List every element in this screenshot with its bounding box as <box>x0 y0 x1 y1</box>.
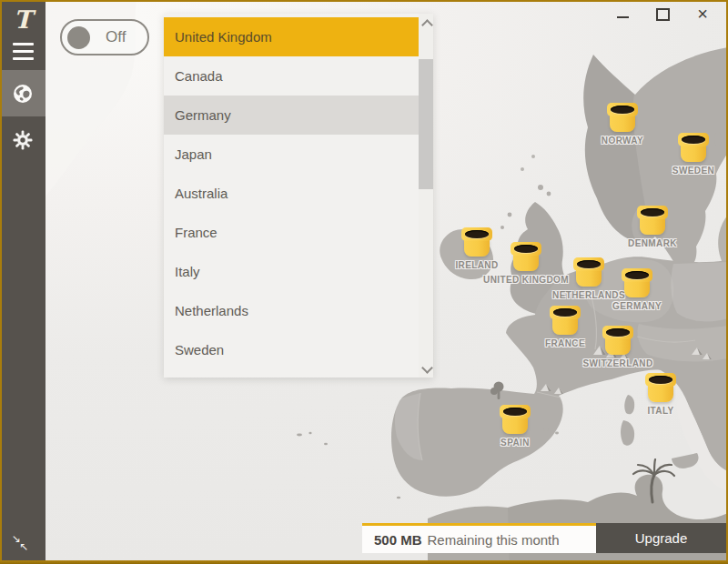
window-frame-top <box>0 0 728 2</box>
tunnel-body <box>681 145 706 162</box>
tunnel-marker-germany[interactable]: GERMANY <box>622 268 652 311</box>
globe-icon <box>12 83 34 105</box>
server-option-canada[interactable]: Canada <box>164 56 419 96</box>
tunnel-hole <box>641 208 664 217</box>
tunnel-marker-label: ITALY <box>647 406 673 416</box>
tunnel-marker-label: NORWAY <box>602 136 643 146</box>
tunnel-marker-switzerland[interactable]: SWITZERLAND <box>602 326 633 368</box>
tunnel-icon <box>607 103 638 116</box>
data-message: Remaining this month <box>428 532 560 548</box>
minimize-button[interactable] <box>602 4 642 24</box>
window-frame-bottom <box>0 560 728 564</box>
tunnel-marker-label: GERMANY <box>612 301 662 311</box>
close-button[interactable]: × <box>682 4 723 24</box>
tunnel-marker-label: DENMARK <box>628 238 677 248</box>
tunnel-marker-label: NETHERLANDS <box>552 290 625 300</box>
tunnel-body <box>513 254 539 271</box>
tunnel-icon <box>500 405 531 418</box>
server-list-panel: United KingdomCanadaGermanyJapanAustrali… <box>164 14 433 378</box>
tunnel-marker-label: FRANCE <box>545 338 585 348</box>
tunnel-body <box>576 269 602 287</box>
tunnel-marker-label: SPAIN <box>500 438 530 448</box>
tunnel-hole <box>611 106 634 114</box>
tunnel-marker-denmark[interactable]: DENMARK <box>637 206 668 248</box>
tunnelbear-logo-icon: T <box>0 5 46 34</box>
tunnel-body <box>648 385 673 402</box>
sidebar: T <box>0 0 46 564</box>
tunnel-icon <box>550 306 581 319</box>
tunnel-marker-france[interactable]: FRANCE <box>550 306 581 348</box>
collapse-window-icon[interactable]: ↘ ↖ <box>11 533 35 557</box>
tunnel-icon <box>678 133 709 146</box>
tunnel-icon <box>573 257 604 271</box>
tunnel-marker-norway[interactable]: NORWAY <box>607 103 638 146</box>
tunnel-marker-label: IRELAND <box>455 260 498 270</box>
tunnel-marker-united-kingdom[interactable]: UNITED KINGDOM <box>511 242 541 285</box>
server-option-japan[interactable]: Japan <box>164 135 419 174</box>
tunnel-body <box>610 115 635 132</box>
server-list: United KingdomCanadaGermanyJapanAustrali… <box>164 14 419 378</box>
sidebar-item-settings[interactable] <box>0 116 46 163</box>
tunnel-body <box>552 317 578 335</box>
tunnel-marker-label: UNITED KINGDOM <box>483 275 569 285</box>
tunnel-hole <box>577 260 601 268</box>
toggle-knob-icon <box>67 26 90 49</box>
tunnel-body <box>640 217 665 235</box>
tunnel-hole <box>606 328 630 337</box>
data-status-bar: 500 MB Remaining this month Upgrade <box>362 523 726 553</box>
scroll-up-icon[interactable] <box>421 19 433 31</box>
server-option-france[interactable]: France <box>164 213 419 252</box>
data-amount: 500 MB <box>374 532 422 548</box>
minimize-icon <box>617 16 629 18</box>
tunnel-hole <box>682 136 705 144</box>
tunnel-icon <box>637 206 668 219</box>
maximize-icon <box>656 8 670 21</box>
sidebar-item-map[interactable] <box>0 70 46 116</box>
tunnel-hole <box>503 408 527 416</box>
tunnel-hole <box>514 245 538 253</box>
tunnel-icon <box>622 268 652 282</box>
server-option-netherlands[interactable]: Netherlands <box>164 291 419 330</box>
window-frame-left <box>0 0 2 564</box>
tunnel-icon <box>461 227 492 241</box>
tunnel-icon <box>511 242 541 256</box>
data-remaining: 500 MB Remaining this month <box>362 523 596 553</box>
vpn-toggle[interactable]: Off <box>60 19 149 55</box>
server-option-australia[interactable]: Australia <box>164 174 419 213</box>
tunnel-hole <box>625 271 649 279</box>
maximize-button[interactable] <box>642 4 682 24</box>
server-option-germany[interactable]: Germany <box>164 96 419 135</box>
tunnel-marker-ireland[interactable]: IRELAND <box>461 227 492 270</box>
gear-icon <box>12 129 34 151</box>
tunnel-marker-spain[interactable]: SPAIN <box>500 405 531 448</box>
tunnel-body <box>464 239 490 257</box>
tunnel-icon <box>602 326 633 339</box>
tunnel-icon <box>645 373 676 387</box>
tunnel-hole <box>465 230 489 238</box>
scrollbar[interactable] <box>419 14 433 378</box>
close-icon: × <box>697 5 708 23</box>
toggle-state-label: Off <box>106 28 126 46</box>
tunnel-body <box>605 337 631 355</box>
tunnel-body <box>502 417 528 434</box>
server-option-italy[interactable]: Italy <box>164 252 419 291</box>
tunnel-hole <box>649 376 672 384</box>
scroll-down-icon[interactable] <box>421 362 433 374</box>
scrollbar-thumb[interactable] <box>419 59 433 189</box>
tunnel-marker-sweden[interactable]: SWEDEN <box>678 133 709 176</box>
tunnel-marker-italy[interactable]: ITALY <box>645 373 676 416</box>
tunnel-hole <box>553 308 577 317</box>
menu-icon[interactable] <box>13 43 34 65</box>
tunnel-marker-label: SWEDEN <box>672 166 714 176</box>
server-option-united-kingdom[interactable]: United Kingdom <box>164 17 419 56</box>
tunnel-body <box>624 280 650 297</box>
upgrade-button[interactable]: Upgrade <box>596 523 726 553</box>
tunnel-marker-netherlands[interactable]: NETHERLANDS <box>573 257 604 300</box>
app-window: NORWAYSWEDENDENMARKIRELANDUNITED KINGDOM… <box>0 0 728 564</box>
server-option-sweden[interactable]: Sweden <box>164 330 419 369</box>
tunnel-marker-label: SWITZERLAND <box>582 358 652 368</box>
window-controls: × <box>602 4 723 24</box>
